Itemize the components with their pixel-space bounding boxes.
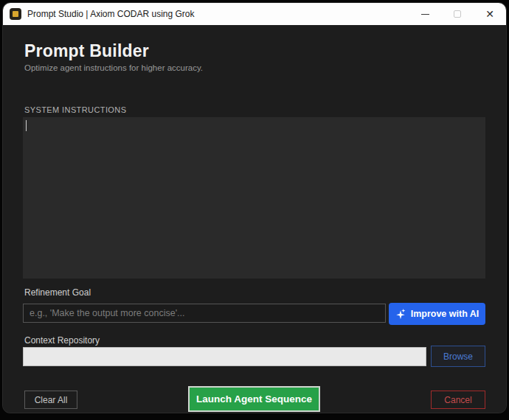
context-repository-input[interactable] [23,347,426,366]
maximize-icon[interactable] [441,3,474,25]
improve-with-ai-button[interactable]: Improve with AI [389,303,485,325]
page-subtitle: Optimize agent instructions for higher a… [24,63,203,72]
minimize-icon[interactable] [409,3,441,25]
sparkle-icon [395,309,406,319]
context-repository-label: Context Repository [24,335,100,346]
text-cursor [26,120,27,131]
title-bar: Prompt Studio | Axiom CODAR using Grok ✕ [3,3,506,25]
app-window: Prompt Studio | Axiom CODAR using Grok ✕… [3,3,506,413]
clear-all-button[interactable]: Clear All [24,391,77,409]
page-title: Prompt Builder [24,41,149,61]
system-instructions-label: SYSTEM INSTRUCTIONS [24,105,126,114]
launch-agent-sequence-button[interactable]: Launch Agent Sequence [188,386,320,412]
improve-with-ai-label: Improve with AI [411,309,479,319]
refinement-goal-input[interactable] [23,304,386,323]
refinement-goal-label: Refinement Goal [24,287,91,298]
close-icon[interactable]: ✕ [474,3,506,25]
window-title: Prompt Studio | Axiom CODAR using Grok [27,9,195,19]
cancel-button[interactable]: Cancel [431,391,485,409]
main-content: Prompt Builder Optimize agent instructio… [3,25,506,413]
system-instructions-textarea[interactable] [23,117,485,279]
app-icon [10,8,21,20]
browse-button[interactable]: Browse [431,346,485,367]
